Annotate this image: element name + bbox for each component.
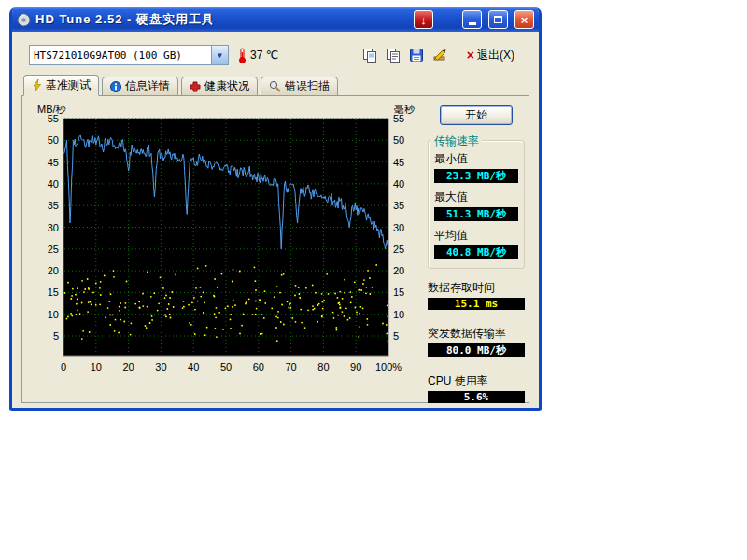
drive-select[interactable]: HTS721010G9AT00 (100 GB) ▼	[29, 45, 229, 65]
max-label: 最大值	[434, 189, 518, 205]
transfer-rate-caption: 传输速率	[431, 133, 482, 149]
info-icon	[110, 81, 121, 92]
close-button[interactable]: ×	[514, 10, 534, 29]
avg-value-box: 40.8 MB/秒	[434, 245, 518, 259]
tab-strip: 基准测试 信息详情 健康状况 错误扫描	[12, 75, 539, 96]
drive-select-value: HTS721010G9AT00 (100 GB)	[30, 49, 186, 62]
svg-text:MB/秒: MB/秒	[37, 104, 67, 115]
burst-rate-value-box: 80.0 MB/秒	[428, 343, 525, 357]
svg-text:45: 45	[48, 157, 59, 168]
scan-icon	[269, 80, 281, 92]
svg-text:30: 30	[393, 222, 404, 233]
svg-text:50: 50	[48, 134, 59, 146]
svg-text:15: 15	[393, 287, 404, 298]
min-value-box: 23.3 MB/秒	[434, 169, 518, 183]
svg-text:40: 40	[393, 178, 404, 189]
svg-text:20: 20	[122, 361, 134, 372]
transfer-rate-group: 传输速率 最小值 23.3 MB/秒 最大值 51.3 MB/秒 平均值 40.…	[428, 140, 525, 269]
svg-text:50: 50	[220, 361, 232, 372]
svg-text:100%: 100%	[375, 361, 402, 372]
svg-text:0: 0	[61, 361, 66, 372]
svg-text:30: 30	[48, 222, 59, 233]
maximize-button[interactable]	[488, 10, 508, 29]
svg-text:45: 45	[393, 157, 404, 168]
tab-benchmark-label: 基准测试	[46, 77, 91, 93]
svg-text:50: 50	[393, 134, 404, 146]
svg-text:25: 25	[393, 244, 404, 255]
results-panel: 开始 传输速率 最小值 23.3 MB/秒 最大值 51.3 MB/秒 平均值 …	[428, 102, 525, 399]
window-title: HD Tune 2.52 - 硬盘实用工具	[35, 11, 215, 28]
benchmark-tabpage: 5510101515202025253030353540404545505055…	[21, 95, 529, 403]
hdtune-window: HD Tune 2.52 - 硬盘实用工具 ↓ × HTS721010G9AT0…	[9, 7, 542, 411]
tab-info-label: 信息详情	[125, 78, 170, 94]
svg-text:40: 40	[188, 361, 199, 372]
copy-image-button[interactable]	[361, 47, 378, 63]
minimize-icon	[469, 22, 476, 25]
app-icon	[17, 13, 31, 27]
svg-text:10: 10	[48, 309, 59, 320]
temperature-readout: 37 ℃	[238, 48, 278, 63]
tab-error-scan-label: 错误扫描	[285, 78, 330, 94]
svg-text:10: 10	[91, 361, 102, 372]
benchmark-chart: 5510101515202025253030353540404545505055…	[28, 102, 424, 399]
svg-text:5: 5	[393, 330, 399, 342]
access-time-value-box: 15.1 ms	[428, 298, 525, 310]
toolbar-icon-group	[361, 47, 448, 63]
svg-text:60: 60	[253, 361, 264, 372]
tab-info[interactable]: 信息详情	[102, 77, 178, 96]
close-icon: ×	[521, 13, 529, 27]
svg-text:20: 20	[393, 265, 404, 276]
start-button[interactable]: 开始	[440, 105, 513, 125]
svg-text:15: 15	[48, 287, 59, 298]
cpu-usage-label: CPU 使用率	[428, 373, 525, 389]
save-button[interactable]	[408, 47, 425, 63]
svg-text:30: 30	[155, 361, 166, 372]
max-value-box: 51.3 MB/秒	[434, 207, 518, 221]
health-icon	[190, 81, 201, 92]
copy-text-button[interactable]	[385, 47, 402, 63]
titlebar: HD Tune 2.52 - 硬盘实用工具 ↓ ×	[12, 7, 539, 32]
exit-button[interactable]: × 退出(X)	[467, 48, 514, 63]
tab-health-label: 健康状况	[204, 78, 249, 94]
toolbar: HTS721010G9AT00 (100 GB) ▼ 37 ℃ ×	[12, 32, 539, 71]
burst-rate-label: 突发数据传输率	[428, 326, 525, 342]
svg-text:10: 10	[393, 309, 404, 320]
min-label: 最小值	[434, 151, 518, 167]
svg-text:25: 25	[48, 244, 59, 255]
maximize-icon	[494, 16, 502, 23]
benchmark-icon	[32, 79, 42, 91]
cpu-usage-value-box: 5.6%	[428, 391, 525, 403]
exit-label: 退出(X)	[477, 48, 514, 63]
temperature-value: 37 ℃	[250, 49, 278, 62]
svg-text:70: 70	[285, 361, 296, 372]
download-button[interactable]: ↓	[414, 10, 433, 29]
svg-text:80: 80	[317, 361, 329, 372]
minimize-button[interactable]	[462, 10, 482, 29]
svg-text:90: 90	[350, 361, 361, 372]
thermometer-icon	[238, 48, 247, 63]
avg-label: 平均值	[434, 228, 518, 244]
svg-text:35: 35	[48, 200, 59, 211]
chevron-down-icon[interactable]: ▼	[211, 46, 228, 64]
tab-error-scan[interactable]: 错误扫描	[261, 77, 338, 96]
exit-x-icon: ×	[467, 49, 474, 62]
access-time-label: 数据存取时间	[428, 280, 525, 296]
tab-health[interactable]: 健康状况	[181, 77, 258, 96]
svg-text:毫秒: 毫秒	[394, 104, 416, 115]
options-button[interactable]	[431, 47, 448, 63]
svg-text:35: 35	[393, 200, 404, 211]
svg-text:5: 5	[53, 330, 59, 342]
download-arrow-icon: ↓	[420, 13, 427, 27]
svg-text:20: 20	[48, 265, 59, 276]
tab-benchmark[interactable]: 基准测试	[23, 75, 99, 96]
svg-text:40: 40	[48, 178, 59, 189]
